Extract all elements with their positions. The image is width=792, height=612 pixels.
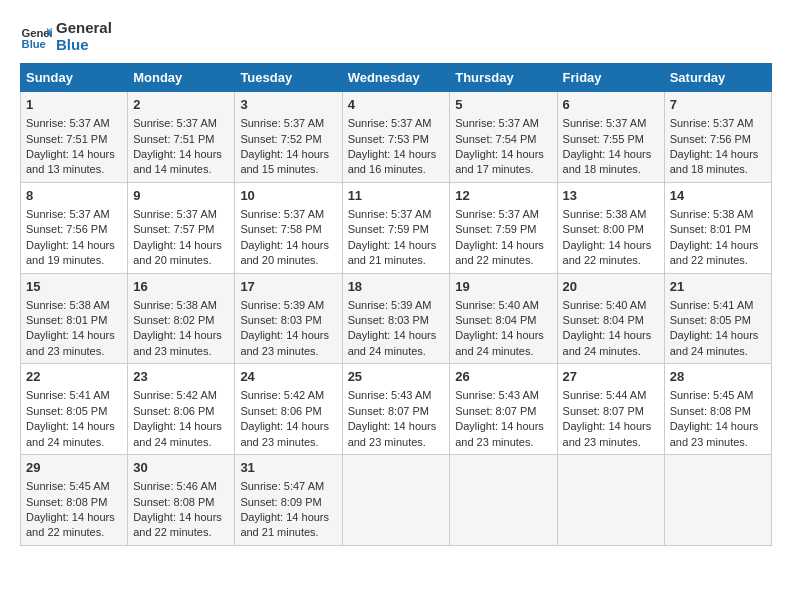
day-number: 20 <box>563 278 659 296</box>
calendar-cell: 11Sunrise: 5:37 AMSunset: 7:59 PMDayligh… <box>342 182 450 273</box>
day-number: 19 <box>455 278 551 296</box>
calendar-cell: 22Sunrise: 5:41 AMSunset: 8:05 PMDayligh… <box>21 364 128 455</box>
day-number: 16 <box>133 278 229 296</box>
calendar-cell: 30Sunrise: 5:46 AMSunset: 8:08 PMDayligh… <box>128 455 235 546</box>
day-number: 26 <box>455 368 551 386</box>
calendar-cell: 7Sunrise: 5:37 AMSunset: 7:56 PMDaylight… <box>664 92 771 183</box>
calendar-cell: 21Sunrise: 5:41 AMSunset: 8:05 PMDayligh… <box>664 273 771 364</box>
calendar-cell <box>450 455 557 546</box>
calendar-header-friday: Friday <box>557 64 664 92</box>
day-number: 25 <box>348 368 445 386</box>
svg-text:Blue: Blue <box>22 38 46 50</box>
day-number: 9 <box>133 187 229 205</box>
day-number: 31 <box>240 459 336 477</box>
calendar-cell: 18Sunrise: 5:39 AMSunset: 8:03 PMDayligh… <box>342 273 450 364</box>
calendar-cell: 14Sunrise: 5:38 AMSunset: 8:01 PMDayligh… <box>664 182 771 273</box>
calendar-cell: 26Sunrise: 5:43 AMSunset: 8:07 PMDayligh… <box>450 364 557 455</box>
day-number: 29 <box>26 459 122 477</box>
day-number: 3 <box>240 96 336 114</box>
calendar-cell: 12Sunrise: 5:37 AMSunset: 7:59 PMDayligh… <box>450 182 557 273</box>
calendar-cell: 24Sunrise: 5:42 AMSunset: 8:06 PMDayligh… <box>235 364 342 455</box>
calendar-cell: 5Sunrise: 5:37 AMSunset: 7:54 PMDaylight… <box>450 92 557 183</box>
day-number: 28 <box>670 368 766 386</box>
day-number: 11 <box>348 187 445 205</box>
calendar-week-2: 8Sunrise: 5:37 AMSunset: 7:56 PMDaylight… <box>21 182 772 273</box>
day-number: 21 <box>670 278 766 296</box>
calendar-header-saturday: Saturday <box>664 64 771 92</box>
calendar-week-5: 29Sunrise: 5:45 AMSunset: 8:08 PMDayligh… <box>21 455 772 546</box>
calendar-cell: 4Sunrise: 5:37 AMSunset: 7:53 PMDaylight… <box>342 92 450 183</box>
calendar-cell: 27Sunrise: 5:44 AMSunset: 8:07 PMDayligh… <box>557 364 664 455</box>
calendar-cell: 25Sunrise: 5:43 AMSunset: 8:07 PMDayligh… <box>342 364 450 455</box>
calendar-cell: 3Sunrise: 5:37 AMSunset: 7:52 PMDaylight… <box>235 92 342 183</box>
calendar-cell: 31Sunrise: 5:47 AMSunset: 8:09 PMDayligh… <box>235 455 342 546</box>
calendar-week-3: 15Sunrise: 5:38 AMSunset: 8:01 PMDayligh… <box>21 273 772 364</box>
calendar-cell: 10Sunrise: 5:37 AMSunset: 7:58 PMDayligh… <box>235 182 342 273</box>
day-number: 18 <box>348 278 445 296</box>
calendar-cell: 28Sunrise: 5:45 AMSunset: 8:08 PMDayligh… <box>664 364 771 455</box>
calendar-cell: 13Sunrise: 5:38 AMSunset: 8:00 PMDayligh… <box>557 182 664 273</box>
day-number: 22 <box>26 368 122 386</box>
day-number: 30 <box>133 459 229 477</box>
logo-general: General <box>56 20 112 37</box>
calendar-cell: 8Sunrise: 5:37 AMSunset: 7:56 PMDaylight… <box>21 182 128 273</box>
day-number: 5 <box>455 96 551 114</box>
calendar-cell: 17Sunrise: 5:39 AMSunset: 8:03 PMDayligh… <box>235 273 342 364</box>
day-number: 7 <box>670 96 766 114</box>
day-number: 14 <box>670 187 766 205</box>
logo-icon: General Blue <box>20 21 52 53</box>
day-number: 12 <box>455 187 551 205</box>
logo: General Blue General Blue <box>20 20 112 53</box>
day-number: 4 <box>348 96 445 114</box>
page-header: General Blue General Blue <box>20 20 772 53</box>
calendar-cell <box>664 455 771 546</box>
day-number: 6 <box>563 96 659 114</box>
day-number: 17 <box>240 278 336 296</box>
calendar-cell: 9Sunrise: 5:37 AMSunset: 7:57 PMDaylight… <box>128 182 235 273</box>
calendar-header-thursday: Thursday <box>450 64 557 92</box>
day-number: 10 <box>240 187 336 205</box>
day-number: 23 <box>133 368 229 386</box>
day-number: 2 <box>133 96 229 114</box>
calendar-cell: 29Sunrise: 5:45 AMSunset: 8:08 PMDayligh… <box>21 455 128 546</box>
calendar-cell: 19Sunrise: 5:40 AMSunset: 8:04 PMDayligh… <box>450 273 557 364</box>
calendar-week-1: 1Sunrise: 5:37 AMSunset: 7:51 PMDaylight… <box>21 92 772 183</box>
calendar-cell: 1Sunrise: 5:37 AMSunset: 7:51 PMDaylight… <box>21 92 128 183</box>
logo-blue: Blue <box>56 37 112 54</box>
calendar-cell: 15Sunrise: 5:38 AMSunset: 8:01 PMDayligh… <box>21 273 128 364</box>
calendar-cell: 23Sunrise: 5:42 AMSunset: 8:06 PMDayligh… <box>128 364 235 455</box>
day-number: 1 <box>26 96 122 114</box>
day-number: 8 <box>26 187 122 205</box>
calendar-header-wednesday: Wednesday <box>342 64 450 92</box>
day-number: 15 <box>26 278 122 296</box>
day-number: 27 <box>563 368 659 386</box>
calendar-table: SundayMondayTuesdayWednesdayThursdayFrid… <box>20 63 772 546</box>
calendar-week-4: 22Sunrise: 5:41 AMSunset: 8:05 PMDayligh… <box>21 364 772 455</box>
calendar-cell: 20Sunrise: 5:40 AMSunset: 8:04 PMDayligh… <box>557 273 664 364</box>
day-number: 13 <box>563 187 659 205</box>
calendar-header-monday: Monday <box>128 64 235 92</box>
calendar-header-tuesday: Tuesday <box>235 64 342 92</box>
calendar-cell: 16Sunrise: 5:38 AMSunset: 8:02 PMDayligh… <box>128 273 235 364</box>
calendar-header-sunday: Sunday <box>21 64 128 92</box>
calendar-header-row: SundayMondayTuesdayWednesdayThursdayFrid… <box>21 64 772 92</box>
calendar-cell: 6Sunrise: 5:37 AMSunset: 7:55 PMDaylight… <box>557 92 664 183</box>
calendar-cell <box>557 455 664 546</box>
calendar-cell: 2Sunrise: 5:37 AMSunset: 7:51 PMDaylight… <box>128 92 235 183</box>
day-number: 24 <box>240 368 336 386</box>
calendar-cell <box>342 455 450 546</box>
